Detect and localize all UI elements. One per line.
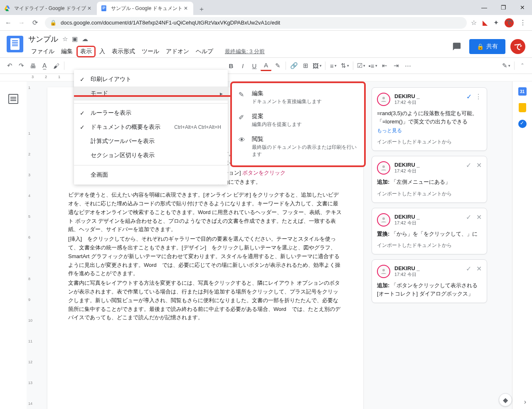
comment-card[interactable]: DEKIRU _ 17:42 今日 ✓ ✕ 追加: 「左側メニューにある」 イン… [372, 156, 487, 203]
docs-header: サンプル ☆ ▣ ☁ ファイル 編集 表示 入 表示形式 ツール アドオン ヘル… [0, 31, 532, 57]
line-spacing-button[interactable]: ⇅ [340, 60, 350, 71]
mode-suggesting[interactable]: ✐ 提案 編集内容を提案します [232, 109, 364, 132]
back-button[interactable]: ← [2, 17, 14, 29]
browser-tab-drive[interactable]: マイドライブ - Google ドライブ ✕ [0, 2, 97, 15]
left-rail [0, 81, 27, 409]
tasks-icon[interactable] [518, 120, 527, 128]
keep-icon[interactable] [519, 103, 526, 112]
show-more-link[interactable]: もっと見る [377, 127, 482, 134]
lock-icon: 🔒 [477, 43, 484, 50]
menu-edit[interactable]: 編集 [58, 46, 76, 57]
bulleted-list-button[interactable]: •≡ [367, 60, 378, 71]
document-title[interactable]: サンプル [28, 34, 58, 44]
bold-button[interactable]: B [226, 60, 236, 71]
reject-icon[interactable]: ✕ [476, 161, 482, 169]
menu-mode[interactable]: モード ▸ [74, 86, 228, 101]
menu-show-section-breaks[interactable]: セクション区切りを表示 [74, 148, 228, 163]
close-icon[interactable]: ✕ [86, 5, 93, 12]
underline-button[interactable]: U [249, 60, 260, 71]
vertical-ruler[interactable]: 1 1 2 3 4 5 6 7 8 9 10 11 12 13 14 [27, 81, 35, 409]
last-edit-link[interactable]: 最終編集: 3 分前 [222, 46, 268, 57]
menu-tools[interactable]: ツール [139, 46, 162, 57]
comments-button[interactable] [449, 39, 464, 54]
menu-fullscreen[interactable]: 全画面 [74, 168, 228, 182]
close-window-button[interactable]: ✕ [513, 0, 532, 15]
minimize-button[interactable]: — [475, 0, 494, 15]
insert-image-button[interactable]: 🖼 [312, 60, 323, 71]
svg-rect-3 [102, 9, 104, 9]
chrome-menu-icon[interactable]: ⋮ [520, 19, 526, 27]
svg-rect-2 [102, 7, 105, 8]
comment-card[interactable]: DEKIRU _ 17:42 今日 ✓ ⋮ =rand(3,5)のように段落数を… [372, 87, 487, 151]
increase-indent-button[interactable]: ⇥ [391, 60, 401, 71]
move-icon[interactable]: ▣ [72, 35, 78, 43]
menu-insert[interactable]: 入 [96, 46, 108, 57]
hide-side-panel-icon[interactable]: › [524, 398, 526, 406]
close-icon[interactable]: ✕ [182, 5, 189, 12]
menu-view[interactable]: 表示 [76, 46, 96, 57]
menu-print-layout[interactable]: ✓ 印刷レイアウト [74, 72, 228, 86]
insert-comment-button[interactable]: ⊞ [300, 60, 311, 71]
more-icon[interactable]: ⋮ [475, 93, 482, 101]
new-tab-button[interactable]: ＋ [196, 3, 207, 15]
avatar [377, 265, 390, 278]
share-button[interactable]: 🔒 共有 [469, 39, 505, 54]
menu-file[interactable]: ファイル [28, 46, 57, 57]
reject-icon[interactable]: ✕ [476, 213, 482, 221]
account-avatar[interactable]: で [510, 39, 525, 54]
tab-title: マイドライブ - Google ドライブ [14, 5, 86, 12]
docs-logo[interactable] [7, 36, 23, 52]
comment-card[interactable]: DEKIRU _ 17:42 今日 ✓ ✕ 追加: 「ボタンをクリックして表示さ… [372, 259, 487, 303]
undo-button[interactable]: ↶ [4, 60, 15, 71]
menu-show-ruler[interactable]: ✓ ルーラーを表示 [74, 106, 228, 120]
extension-icon[interactable]: ◣ [483, 19, 488, 27]
menu-addons[interactable]: アドオン [163, 46, 192, 57]
collapse-toolbar-button[interactable]: ˆ [517, 60, 528, 71]
align-button[interactable]: ≡ [328, 60, 339, 71]
menu-format[interactable]: 表示形式 [109, 46, 138, 57]
insert-link-button[interactable]: 🔗 [288, 60, 299, 71]
checklist-button[interactable]: ☑ [356, 60, 367, 71]
url-field[interactable]: 🔒 docs.google.com/document/d/1AT8efxp24N… [45, 17, 467, 29]
text-color-button[interactable]: A [261, 60, 271, 71]
comment-card[interactable]: DEKIRU _ 17:42 今日 ✓ ✕ 置換: 「から」を「をクリックして、… [372, 208, 487, 255]
menu-help[interactable]: ヘルプ [193, 46, 216, 57]
editing-mode-button[interactable]: ✎ [501, 60, 512, 71]
resolve-icon[interactable]: ✓ [466, 93, 472, 101]
more-button[interactable]: ⋯ [402, 60, 413, 71]
svg-point-7 [382, 269, 385, 271]
accept-icon[interactable]: ✓ [466, 265, 471, 273]
redo-button[interactable]: ↷ [16, 60, 27, 71]
tab-title: サンプル - Google ドキュメント [111, 5, 183, 12]
profile-extension-icon[interactable]: で [505, 18, 514, 27]
menu-show-eq-toolbar[interactable]: 計算式ツールバーを表示 [74, 134, 228, 148]
annotation-line [74, 95, 231, 97]
mode-viewing[interactable]: 👁 閲覧 最終版のドキュメントの表示または印刷を行います [232, 132, 364, 162]
check-icon: ✓ [80, 124, 85, 131]
accept-icon[interactable]: ✓ [466, 161, 471, 169]
print-button[interactable]: 🖶 [27, 60, 38, 71]
paint-format-button[interactable]: 🖌 [51, 60, 62, 71]
spellcheck-button[interactable]: A̲ [39, 60, 50, 71]
reject-icon[interactable]: ✕ [476, 265, 482, 273]
decrease-indent-button[interactable]: ⇤ [379, 60, 390, 71]
menu-bar: ファイル 編集 表示 入 表示形式 ツール アドオン ヘルプ 最終編集: 3 分… [28, 46, 449, 57]
check-icon: ✓ [80, 76, 85, 83]
outline-icon[interactable] [8, 94, 18, 104]
bookmark-star-icon[interactable]: ☆ [471, 19, 477, 27]
calendar-icon[interactable]: 31 [518, 87, 527, 96]
avatar [377, 161, 390, 175]
forward-button[interactable]: → [16, 17, 27, 29]
star-icon[interactable]: ☆ [62, 35, 68, 43]
maximize-button[interactable]: ❐ [494, 0, 513, 15]
italic-button[interactable]: I [237, 60, 248, 71]
accept-icon[interactable]: ✓ [466, 213, 471, 221]
explore-button[interactable]: ◆ [499, 393, 512, 407]
mode-editing[interactable]: ✎ 編集 ドキュメントを直接編集します [232, 86, 364, 109]
docs-favicon [101, 5, 108, 12]
reload-button[interactable]: ⟳ [29, 17, 41, 29]
highlight-button[interactable]: ✎ [272, 60, 283, 71]
extensions-puzzle-icon[interactable]: ✦ [493, 19, 499, 27]
browser-tab-docs[interactable]: サンプル - Google ドキュメント ✕ [97, 2, 194, 15]
menu-show-outline[interactable]: ✓ ドキュメントの概要を表示 Ctrl+Alt+A Ctrl+Alt+H [74, 120, 228, 134]
